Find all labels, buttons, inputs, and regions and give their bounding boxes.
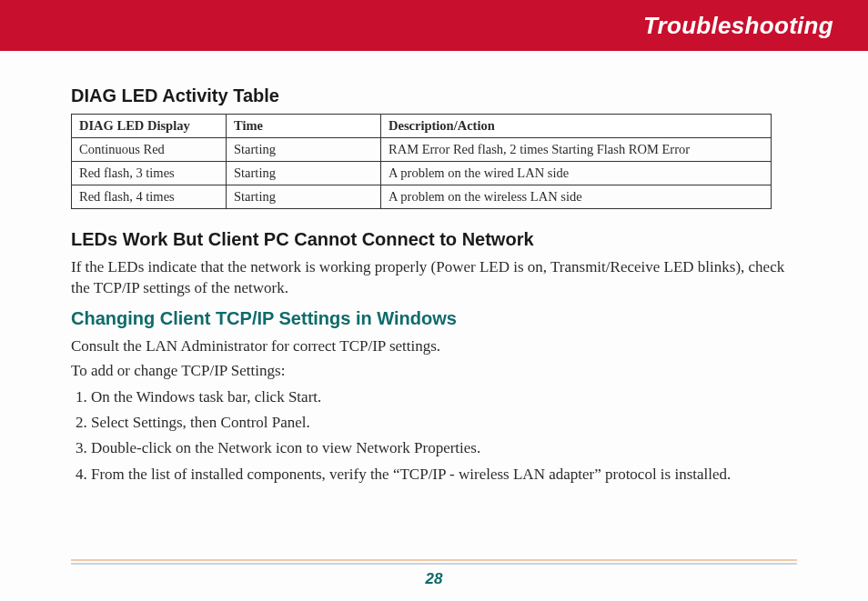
table-row: Red flash, 4 times Starting A problem on… bbox=[72, 185, 772, 209]
heading-diag-led: DIAG LED Activity Table bbox=[71, 85, 797, 106]
table-header-row: DIAG LED Display Time Description/Action bbox=[72, 115, 772, 138]
list-item: Double-click on the Network icon to view… bbox=[91, 436, 797, 460]
footer-rule bbox=[71, 559, 797, 565]
heading-tcpip: Changing Client TCP/IP Settings in Windo… bbox=[71, 308, 797, 329]
steps-list: On the Windows task bar, click Start. Se… bbox=[71, 386, 797, 486]
list-item: On the Windows task bar, click Start. bbox=[91, 386, 797, 409]
cell-time: Starting bbox=[227, 138, 381, 162]
cell-desc: RAM Error Red flash, 2 times Starting Fl… bbox=[381, 138, 772, 162]
page-content: DIAG LED Activity Table DIAG LED Display… bbox=[0, 51, 868, 486]
th-time: Time bbox=[227, 115, 381, 138]
cell-display: Red flash, 4 times bbox=[72, 185, 227, 209]
paragraph-leds: If the LEDs indicate that the network is… bbox=[71, 257, 797, 299]
list-item: Select Settings, then Control Panel. bbox=[91, 411, 797, 435]
cell-desc: A problem on the wireless LAN side bbox=[381, 185, 772, 209]
cell-desc: A problem on the wired LAN side bbox=[381, 162, 772, 185]
cell-display: Red flash, 3 times bbox=[72, 162, 227, 185]
table-row: Continuous Red Starting RAM Error Red fl… bbox=[72, 138, 772, 162]
page-footer: 28 bbox=[71, 559, 797, 588]
heading-leds-work: LEDs Work But Client PC Cannot Connect t… bbox=[71, 229, 797, 250]
paragraph-consult: Consult the LAN Administrator for correc… bbox=[71, 336, 797, 357]
paragraph-toadd: To add or change TCP/IP Settings: bbox=[71, 361, 797, 382]
th-desc: Description/Action bbox=[381, 115, 772, 138]
cell-display: Continuous Red bbox=[72, 138, 227, 162]
cell-time: Starting bbox=[227, 185, 381, 209]
diag-led-table: DIAG LED Display Time Description/Action… bbox=[71, 114, 772, 209]
page-number: 28 bbox=[426, 570, 443, 587]
list-item: From the list of installed components, v… bbox=[91, 463, 797, 486]
banner-title: Troubleshooting bbox=[643, 12, 833, 40]
table-row: Red flash, 3 times Starting A problem on… bbox=[72, 162, 772, 185]
cell-time: Starting bbox=[227, 162, 381, 185]
th-display: DIAG LED Display bbox=[72, 115, 227, 138]
banner: Troubleshooting bbox=[0, 0, 868, 51]
